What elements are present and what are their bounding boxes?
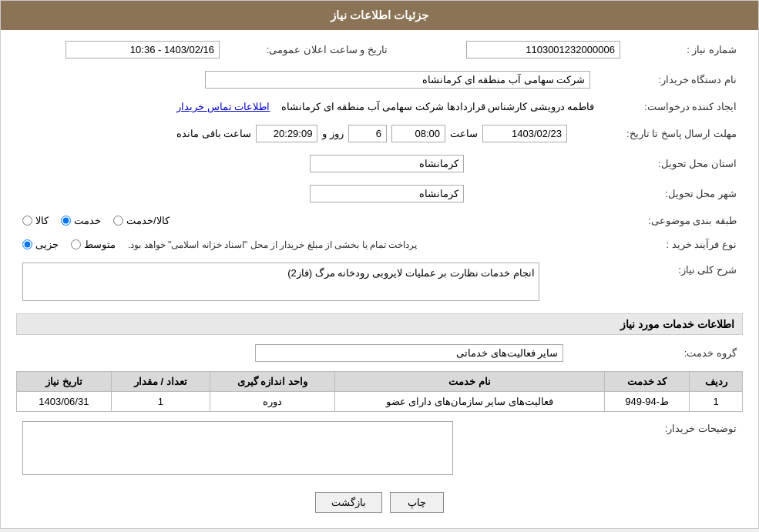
need-number-value-cell: 1103001232000006 [417, 38, 626, 62]
services-section-title: اطلاعات خدمات مورد نیاز [16, 313, 743, 335]
col-header-service-code: کد خدمت [604, 372, 689, 392]
back-button[interactable]: بازگشت [315, 492, 382, 513]
service-group-table: گروه خدمت: سایر فعالیت‌های خدماتی [16, 341, 743, 365]
purchase-jozii-label: جزیی [35, 239, 59, 250]
description-label: شرح کلی نیاز: [546, 259, 743, 304]
city-input: کرمانشاه [310, 185, 464, 202]
announcer-label: تاریخ و ساعت اعلان عمومی: [226, 38, 394, 62]
city-value-cell: کرمانشاه [16, 182, 470, 206]
form-section-6: شهر محل تحویل: کرمانشاه [16, 182, 743, 206]
response-time-input: 08:00 [391, 125, 445, 142]
province-label: استان محل تحویل: [470, 152, 743, 176]
province-input: کرمانشاه [310, 155, 464, 172]
announcer-value-cell: 1403/02/16 - 10:36 [16, 38, 226, 62]
form-section-3: ایجاد کننده درخواست: فاطمه درویشی کارشنا… [16, 98, 743, 115]
col-header-service-name: نام خدمت [334, 372, 604, 392]
requester-value: فاطمه درویشی کارشناس قراردادها شرکت سهام… [281, 101, 595, 112]
page-title: جزئیات اطلاعات نیاز [331, 8, 428, 22]
purchase-jozii-radio[interactable] [22, 239, 32, 249]
requester-label: ایجاد کننده درخواست: [600, 98, 743, 115]
requester-value-cell: فاطمه درویشی کارشناس قراردادها شرکت سهام… [16, 98, 600, 115]
province-value-cell: کرمانشاه [16, 152, 470, 176]
form-section-5: استان محل تحویل: کرمانشاه [16, 152, 743, 176]
category-khadamat-item: خدمت [61, 215, 101, 226]
category-kala-radio[interactable] [22, 216, 32, 226]
form-section-description: شرح کلی نیاز: انجام خدمات نظارت بر عملیا… [16, 259, 743, 304]
purchase-motovaset-label: متوسط [84, 239, 116, 250]
purchase-note: پرداخت تمام یا بخشی از مبلغ خریدار از مح… [128, 239, 417, 250]
buyer-name-value-cell: شرکت سهامی آب منطقه ای کرمانشاه [16, 68, 596, 92]
response-date-row: 1403/02/23 ساعت 08:00 6 روز و 20:29:09 [22, 125, 567, 142]
city-label: شهر محل تحویل: [470, 182, 743, 206]
buyer-name-label: نام دستگاه خریدار: [596, 68, 743, 92]
buyer-description-textarea[interactable] [22, 421, 453, 475]
services-data-table: ردیف کد خدمت نام خدمت واحد اندازه گیری ت… [16, 371, 743, 412]
description-box: انجام خدمات نظارت بر عملیات لایروبی رودخ… [22, 263, 539, 301]
response-deadline-label: مهلت ارسال پاسخ تا تاریخ: [573, 122, 743, 146]
service-group-value-cell: سایر فعالیت‌های خدماتی [16, 341, 569, 365]
table-row: 1ط-94-949فعالیت‌های سایر سازمان‌های دارا… [17, 392, 743, 412]
response-date-input: 1403/02/23 [482, 125, 567, 142]
page-wrapper: جزئیات اطلاعات نیاز شماره نیاز : 1103001… [0, 0, 759, 529]
response-day-label: روز و [322, 128, 344, 139]
buyer-description-label: توضیحات خریدار: [459, 418, 743, 480]
category-radio-group: کالا/خدمت خدمت کالا [22, 215, 455, 226]
service-group-input: سایر فعالیت‌های خدماتی [255, 344, 563, 362]
page-header: جزئیات اطلاعات نیاز [1, 1, 758, 30]
buyer-name-input: شرکت سهامی آب منطقه ای کرمانشاه [205, 71, 590, 89]
category-kala-label: کالا [35, 215, 49, 226]
form-section-4: مهلت ارسال پاسخ تا تاریخ: 1403/02/23 ساع… [16, 122, 743, 146]
form-section-1: شماره نیاز : 1103001232000006 تاریخ و سا… [16, 38, 743, 62]
col-header-row: ردیف [690, 372, 743, 392]
content-area: شماره نیاز : 1103001232000006 تاریخ و سا… [1, 30, 758, 528]
form-section-8: نوع فرآیند خرید : پرداخت تمام یا بخشی از… [16, 236, 743, 253]
category-value-cell: کالا/خدمت خدمت کالا [16, 212, 461, 229]
category-kala-khadamat-label: کالا/خدمت [126, 215, 170, 226]
response-day-input: 6 [348, 125, 387, 142]
purchase-type-value-cell: پرداخت تمام یا بخشی از مبلغ خریدار از مح… [16, 236, 599, 253]
col-header-date: تاریخ نیاز [17, 372, 112, 392]
buyer-description-value-cell [16, 418, 459, 480]
print-button[interactable]: چاپ [390, 492, 444, 513]
contact-link[interactable]: اطلاعات تماس خریدار [176, 101, 270, 112]
category-label: طبقه بندی موضوعی: [461, 212, 743, 229]
form-section-7: طبقه بندی موضوعی: کالا/خدمت خدمت کالا [16, 212, 743, 229]
category-kala-khadamat-item: کالا/خدمت [113, 215, 170, 226]
response-deadline-value-cell: 1403/02/23 ساعت 08:00 6 روز و 20:29:09 [16, 122, 573, 146]
description-value-cell: انجام خدمات نظارت بر عملیات لایروبی رودخ… [16, 259, 546, 304]
category-khadamat-label: خدمت [74, 215, 101, 226]
form-section-2: نام دستگاه خریدار: شرکت سهامی آب منطقه ا… [16, 68, 743, 92]
need-number-label: شماره نیاز : [626, 38, 743, 62]
need-number-input: 1103001232000006 [466, 41, 620, 59]
purchase-type-row: پرداخت تمام یا بخشی از مبلغ خریدار از مح… [22, 239, 593, 250]
purchase-motovaset-item: متوسط [71, 239, 116, 250]
service-group-label: گروه خدمت: [569, 341, 743, 365]
col-header-unit: واحد اندازه گیری [210, 372, 334, 392]
description-text: انجام خدمات نظارت بر عملیات لایروبی رودخ… [287, 267, 535, 279]
category-kala-khadamat-radio[interactable] [113, 216, 123, 226]
purchase-type-label: نوع فرآیند خرید : [599, 236, 743, 253]
purchase-motovaset-radio[interactable] [71, 239, 81, 249]
response-remaining-input: 20:29:09 [256, 125, 317, 142]
response-remaining-label: ساعت باقی مانده [176, 128, 251, 139]
button-row: چاپ بازگشت [16, 492, 743, 513]
category-khadamat-radio[interactable] [61, 216, 71, 226]
response-time-label: ساعت [450, 128, 478, 139]
buyer-description-section: توضیحات خریدار: [16, 418, 743, 480]
col-header-quantity: تعداد / مقدار [111, 372, 210, 392]
announcer-input: 1403/02/16 - 10:36 [65, 41, 220, 59]
purchase-jozii-item: جزیی [22, 239, 59, 250]
category-kala-item: کالا [22, 215, 49, 226]
